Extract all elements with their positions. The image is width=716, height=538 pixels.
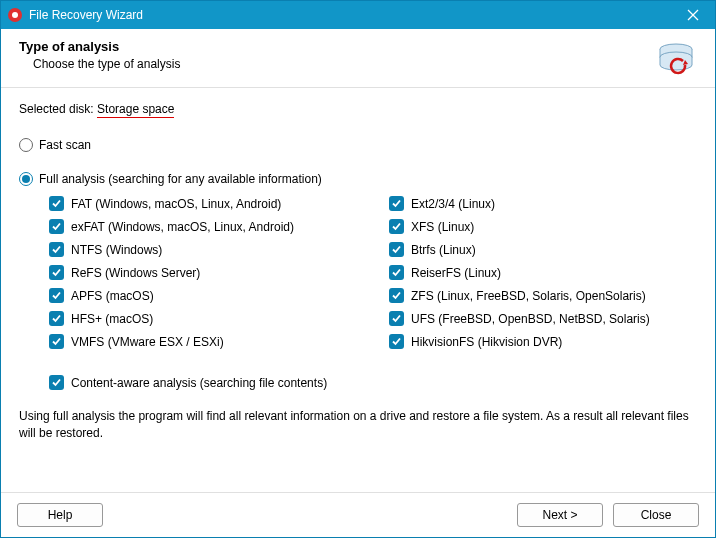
app-icon [7, 7, 23, 23]
help-button-label: Help [48, 508, 73, 522]
checkbox-fs[interactable]: Ext2/3/4 (Linux) [389, 196, 697, 211]
fs-label: Btrfs (Linux) [411, 243, 476, 257]
check-icon [389, 265, 404, 280]
selected-disk-name[interactable]: Storage space [97, 102, 174, 118]
check-icon [49, 219, 64, 234]
fs-label: HikvisionFS (Hikvision DVR) [411, 335, 562, 349]
page-subtitle: Choose the type of analysis [19, 57, 645, 71]
help-button[interactable]: Help [17, 503, 103, 527]
fs-label: UFS (FreeBSD, OpenBSD, NetBSD, Solaris) [411, 312, 650, 326]
window-title: File Recovery Wizard [29, 8, 143, 22]
checkbox-fs[interactable]: ReiserFS (Linux) [389, 265, 697, 280]
check-icon [49, 311, 64, 326]
fs-label: ZFS (Linux, FreeBSD, Solaris, OpenSolari… [411, 289, 646, 303]
checkbox-content-aware[interactable]: Content-aware analysis (searching file c… [49, 375, 697, 390]
checkbox-fs[interactable]: HikvisionFS (Hikvision DVR) [389, 334, 697, 349]
close-button-label: Close [641, 508, 672, 522]
checkbox-fs[interactable]: ZFS (Linux, FreeBSD, Solaris, OpenSolari… [389, 288, 697, 303]
radio-icon [19, 172, 33, 186]
titlebar: File Recovery Wizard [1, 1, 715, 29]
fs-label: exFAT (Windows, macOS, Linux, Android) [71, 220, 294, 234]
checkbox-fs[interactable]: Btrfs (Linux) [389, 242, 697, 257]
svg-point-1 [12, 12, 18, 18]
checkbox-fs[interactable]: ReFS (Windows Server) [49, 265, 369, 280]
checkbox-fs[interactable]: VMFS (VMware ESX / ESXi) [49, 334, 369, 349]
check-icon [389, 288, 404, 303]
wizard-icon [655, 39, 697, 81]
check-icon [389, 196, 404, 211]
check-icon [49, 334, 64, 349]
mode-description: Using full analysis the program will fin… [19, 408, 697, 442]
next-button[interactable]: Next > [517, 503, 603, 527]
radio-fast-scan[interactable]: Fast scan [19, 138, 697, 152]
checkbox-fs[interactable]: NTFS (Windows) [49, 242, 369, 257]
fs-label: ReFS (Windows Server) [71, 266, 200, 280]
content-area: Selected disk: Storage space Fast scan F… [1, 88, 715, 492]
check-icon [389, 242, 404, 257]
content-aware-label: Content-aware analysis (searching file c… [71, 376, 327, 390]
check-icon [49, 375, 64, 390]
check-icon [389, 334, 404, 349]
radio-label: Fast scan [39, 138, 91, 152]
filesystem-grid: FAT (Windows, macOS, Linux, Android) Ext… [49, 196, 697, 349]
page-title: Type of analysis [19, 39, 645, 54]
radio-full-analysis[interactable]: Full analysis (searching for any availab… [19, 172, 697, 186]
fs-label: Ext2/3/4 (Linux) [411, 197, 495, 211]
fs-label: FAT (Windows, macOS, Linux, Android) [71, 197, 281, 211]
close-button[interactable]: Close [613, 503, 699, 527]
checkbox-fs[interactable]: XFS (Linux) [389, 219, 697, 234]
footer: Help Next > Close [1, 492, 715, 537]
checkbox-fs[interactable]: UFS (FreeBSD, OpenBSD, NetBSD, Solaris) [389, 311, 697, 326]
window-close-button[interactable] [671, 1, 715, 29]
selected-disk-prefix: Selected disk: [19, 102, 97, 116]
close-icon [687, 9, 699, 21]
fs-label: APFS (macOS) [71, 289, 154, 303]
next-button-label: Next > [542, 508, 577, 522]
selected-disk-label: Selected disk: Storage space [19, 102, 697, 116]
check-icon [49, 288, 64, 303]
check-icon [49, 242, 64, 257]
fs-label: VMFS (VMware ESX / ESXi) [71, 335, 224, 349]
check-icon [389, 311, 404, 326]
fs-label: XFS (Linux) [411, 220, 474, 234]
check-icon [49, 265, 64, 280]
check-icon [49, 196, 64, 211]
fs-label: NTFS (Windows) [71, 243, 162, 257]
checkbox-fs[interactable]: exFAT (Windows, macOS, Linux, Android) [49, 219, 369, 234]
checkbox-fs[interactable]: FAT (Windows, macOS, Linux, Android) [49, 196, 369, 211]
wizard-header: Type of analysis Choose the type of anal… [1, 29, 715, 88]
checkbox-fs[interactable]: HFS+ (macOS) [49, 311, 369, 326]
check-icon [389, 219, 404, 234]
checkbox-fs[interactable]: APFS (macOS) [49, 288, 369, 303]
fs-label: ReiserFS (Linux) [411, 266, 501, 280]
radio-label: Full analysis (searching for any availab… [39, 172, 322, 186]
radio-icon [19, 138, 33, 152]
fs-label: HFS+ (macOS) [71, 312, 153, 326]
